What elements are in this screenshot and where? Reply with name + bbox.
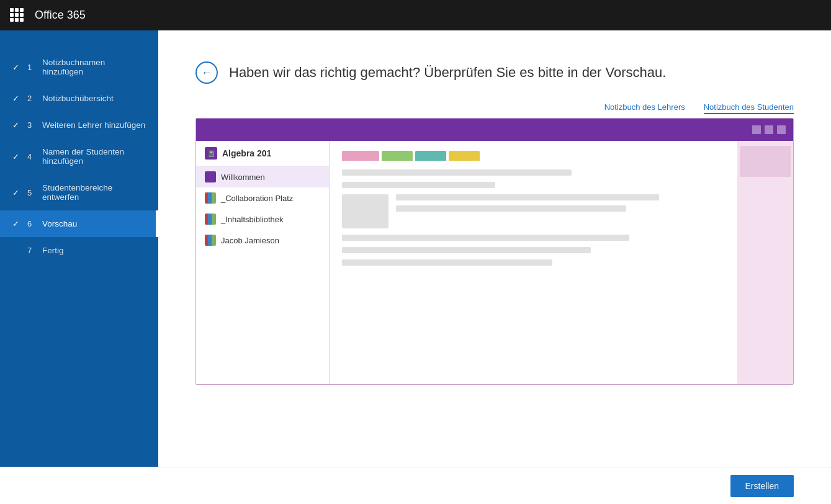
pink-tabs bbox=[737, 141, 793, 182]
content-line-3 bbox=[396, 194, 659, 200]
section-icon-rainbow-3 bbox=[205, 235, 216, 246]
step-label-7: Fertig bbox=[42, 246, 64, 255]
app-title: Office 365 bbox=[35, 9, 86, 22]
tab-student-notebook[interactable]: Notizbuch des Studenten bbox=[704, 102, 794, 114]
sidebar-item-2[interactable]: ✓ 2 Notizbuchübersicht bbox=[0, 85, 158, 112]
notebook-left-panel: 📓 Algebra 201 Willkommen _Collaboration … bbox=[196, 141, 330, 384]
notebook-book-icon: 📓 bbox=[205, 147, 217, 160]
topbar: Office 365 bbox=[0, 0, 831, 30]
section-label-inhaltsbibliothek: _Inhaltsbibliothek bbox=[221, 215, 283, 224]
check-icon-2: ✓ bbox=[12, 94, 21, 103]
step-num-3: 3 bbox=[27, 120, 36, 130]
content-line-7 bbox=[342, 259, 552, 266]
step-label-2: Notizbuchübersicht bbox=[42, 94, 114, 103]
notebook-title: Algebra 201 bbox=[222, 148, 271, 158]
step-num-1: 1 bbox=[27, 63, 36, 72]
content-area: ← Haben wir das richtig gemacht? Überprü… bbox=[158, 30, 831, 467]
sidebar-item-6[interactable]: ✓ 6 Vorschau bbox=[0, 210, 158, 237]
check-icon-3: ✓ bbox=[12, 120, 21, 130]
sidebar-item-7[interactable]: ✓ 7 Fertig bbox=[0, 237, 158, 264]
section-icon-rainbow-1 bbox=[205, 192, 216, 204]
content-block-row bbox=[342, 194, 725, 228]
main-layout: ✓ 1 Notizbuchnamen hinzufügen ✓ 2 Notizb… bbox=[0, 30, 831, 467]
sidebar-item-1[interactable]: ✓ 1 Notizbuchnamen hinzufügen bbox=[0, 49, 158, 85]
sidebar-item-3[interactable]: ✓ 3 Weiteren Lehrer hinzufügen bbox=[0, 112, 158, 138]
step-num-7: 7 bbox=[27, 246, 36, 255]
sidebar-item-4[interactable]: ✓ 4 Namen der Studenten hinzufügen bbox=[0, 138, 158, 174]
step-num-4: 4 bbox=[27, 152, 36, 161]
win-btn-max bbox=[765, 125, 773, 134]
section-color-tabs bbox=[342, 151, 725, 161]
section-label-collaboration: _Collaboration Platz bbox=[221, 194, 293, 203]
bottom-bar: Erstellen bbox=[0, 467, 831, 504]
content-line-6 bbox=[342, 247, 591, 253]
page-title: Haben wir das richtig gemacht? Überprüfe… bbox=[229, 65, 666, 81]
win-btn-min bbox=[752, 125, 761, 134]
section-icon-purple bbox=[205, 171, 216, 182]
check-icon-1: ✓ bbox=[12, 63, 21, 72]
notebook-tabs: Notizbuch des Lehrers Notizbuch des Stud… bbox=[195, 102, 794, 114]
notebook-topbar bbox=[196, 119, 793, 141]
notebook-body: 📓 Algebra 201 Willkommen _Collaboration … bbox=[196, 141, 793, 384]
step-label-5: Studentenbereiche entwerfen bbox=[42, 183, 146, 202]
step-label-4: Namen der Studenten hinzufügen bbox=[42, 147, 146, 166]
check-icon-6: ✓ bbox=[12, 219, 21, 228]
check-icon-5: ✓ bbox=[12, 188, 21, 197]
tab-teacher-notebook[interactable]: Notizbuch des Lehrers bbox=[604, 102, 685, 114]
step-num-6: 6 bbox=[27, 219, 36, 228]
back-button[interactable]: ← bbox=[195, 61, 218, 84]
pink-tab-1 bbox=[740, 146, 791, 177]
step-label-1: Notizbuchnamen hinzufügen bbox=[42, 58, 146, 76]
page-heading: ← Haben wir das richtig gemacht? Überprü… bbox=[195, 61, 794, 84]
step-num-5: 5 bbox=[27, 188, 36, 197]
content-line-2 bbox=[342, 182, 495, 188]
content-line-5 bbox=[342, 235, 629, 241]
sidebar-item-5[interactable]: ✓ 5 Studentenbereiche entwerfen bbox=[0, 174, 158, 210]
section-item-willkommen[interactable]: Willkommen bbox=[196, 166, 329, 187]
step-label-3: Weiteren Lehrer hinzufügen bbox=[42, 120, 145, 130]
section-item-inhaltsbibliothek[interactable]: _Inhaltsbibliothek bbox=[196, 209, 329, 230]
step-label-6: Vorschau bbox=[42, 219, 77, 228]
notebook-preview: 📓 Algebra 201 Willkommen _Collaboration … bbox=[195, 118, 794, 385]
tab-teal bbox=[415, 151, 446, 161]
notebook-header: 📓 Algebra 201 bbox=[196, 141, 329, 166]
section-label-jacob: Jacob Jamieson bbox=[221, 236, 279, 245]
section-item-jacob[interactable]: Jacob Jamieson bbox=[196, 230, 329, 251]
back-icon: ← bbox=[201, 66, 212, 79]
grid-icon[interactable] bbox=[10, 8, 25, 23]
content-text-lines bbox=[396, 194, 725, 228]
win-btn-close bbox=[777, 125, 786, 134]
content-image-block bbox=[342, 194, 389, 228]
notebook-pink-side-panel bbox=[737, 141, 793, 384]
erstellen-button[interactable]: Erstellen bbox=[730, 475, 794, 497]
tab-yellow bbox=[449, 151, 480, 161]
content-line-4 bbox=[396, 205, 626, 212]
notebook-right-panel bbox=[330, 141, 737, 384]
step-num-2: 2 bbox=[27, 94, 36, 103]
section-label-willkommen: Willkommen bbox=[221, 173, 265, 182]
section-item-collaboration[interactable]: _Collaboration Platz bbox=[196, 187, 329, 209]
tab-green bbox=[382, 151, 413, 161]
content-line-1 bbox=[342, 169, 572, 176]
tab-pink bbox=[342, 151, 379, 161]
sidebar: ✓ 1 Notizbuchnamen hinzufügen ✓ 2 Notizb… bbox=[0, 30, 158, 467]
section-icon-rainbow-2 bbox=[205, 214, 216, 225]
check-icon-4: ✓ bbox=[12, 152, 21, 161]
